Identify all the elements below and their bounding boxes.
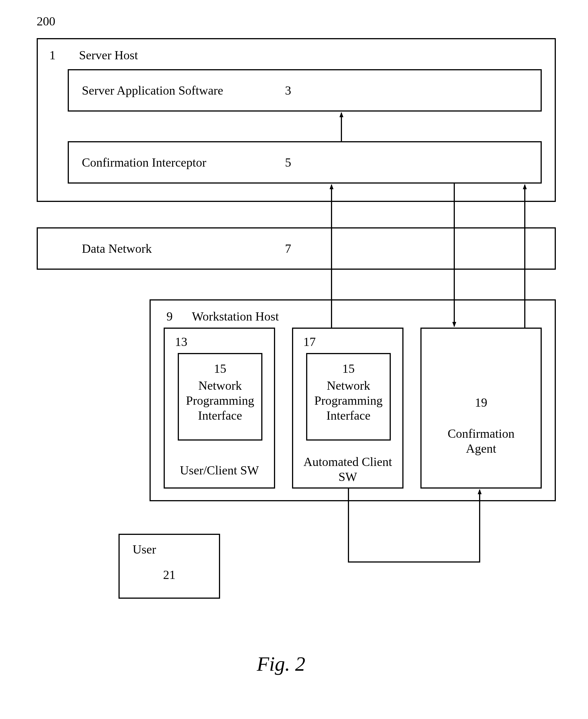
auto-client-npi-ref: 15 [306, 361, 391, 376]
data-network-ref: 7 [285, 241, 291, 256]
user-client-label: User/Client SW [164, 463, 275, 478]
confirmation-agent-ref: 19 [420, 395, 542, 410]
confirmation-agent-label: Confirmation Agent [420, 426, 542, 456]
confirmation-interceptor-ref: 5 [285, 155, 291, 170]
user-client-npi-label: Network Programming Interface [178, 378, 262, 423]
diagram-canvas: 200 1 Server Host Server Application Sof… [0, 0, 588, 719]
server-app-ref: 3 [285, 83, 291, 98]
server-host-title: Server Host [79, 48, 138, 63]
auto-client-npi-label: Network Programming Interface [306, 378, 391, 423]
workstation-host-title: Workstation Host [192, 309, 279, 324]
user-client-ref: 13 [175, 335, 187, 349]
server-host-ref: 1 [49, 48, 56, 63]
auto-client-label: Automated Client SW [292, 455, 403, 485]
workstation-host-ref: 9 [166, 309, 173, 324]
auto-client-ref: 17 [303, 335, 316, 349]
server-app-label: Server Application Software [82, 83, 223, 98]
user-client-npi-ref: 15 [178, 361, 262, 376]
figure-caption: Fig. 2 [257, 652, 305, 676]
user-ref: 21 [119, 567, 220, 583]
confirmation-interceptor-label: Confirmation Interceptor [82, 155, 206, 170]
figure-number: 200 [37, 14, 55, 29]
data-network-label: Data Network [82, 241, 152, 256]
user-label: User [133, 542, 156, 557]
